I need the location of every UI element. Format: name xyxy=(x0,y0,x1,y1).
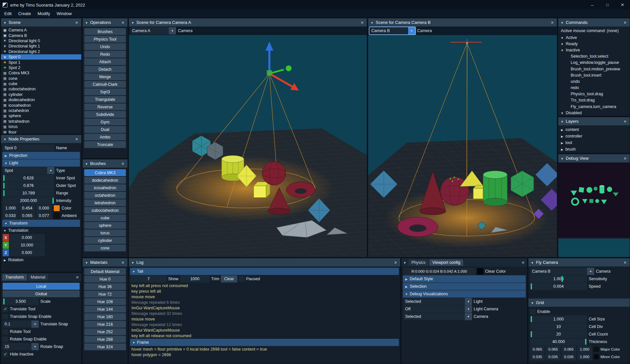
color-swatch[interactable] xyxy=(53,205,60,211)
command-tree-row[interactable]: Inactive xyxy=(558,47,630,53)
sensitivity-field[interactable]: 1.000 xyxy=(530,275,587,282)
debug-visualization-combo[interactable]: Selected xyxy=(403,298,472,305)
light-param-field[interactable]: 0.628 xyxy=(3,174,54,182)
transform-section-header[interactable]: Transform xyxy=(2,220,80,227)
minor-color-component[interactable]: 0.035 xyxy=(546,353,561,360)
collapse-icon[interactable] xyxy=(131,260,135,265)
layer-tree-node[interactable]: controller xyxy=(558,133,630,139)
translation-y-field[interactable]: 10.000 xyxy=(9,242,45,249)
rotate-tool-checkbox[interactable] xyxy=(3,329,8,335)
translate-snap-enable-checkbox[interactable] xyxy=(3,314,8,319)
local-space-button[interactable]: Local xyxy=(3,283,80,290)
brush-button[interactable]: Cobra MK3 xyxy=(84,169,126,176)
material-button[interactable]: Default Material xyxy=(84,268,126,275)
operation-button[interactable]: Subdivide xyxy=(84,111,126,118)
scene-node-row[interactable]: Spot 0 xyxy=(1,54,81,60)
translate-snap-combo[interactable]: 0.1 xyxy=(3,320,39,328)
collapse-icon[interactable] xyxy=(560,20,564,25)
menu-item[interactable]: Create xyxy=(15,10,34,17)
clear-color-field[interactable]: R:0.000 G:0.024 B:0.042 A:1.000 xyxy=(403,268,475,275)
close-icon[interactable] xyxy=(74,136,79,142)
grid-param-field[interactable]: 20 xyxy=(530,331,587,338)
translation-tree-node[interactable]: Translation xyxy=(1,227,81,234)
scene-node-row[interactable]: floor xyxy=(1,129,81,134)
viewport-a-camera-combo[interactable]: Camera A xyxy=(130,27,176,34)
minor-color-component[interactable]: 1.000 xyxy=(577,353,592,360)
command-tree-row[interactable]: Log_window.toggle_pause xyxy=(558,60,630,66)
scene-node-row[interactable]: octahedron xyxy=(1,108,81,113)
operation-button[interactable]: Sqrt3 xyxy=(84,88,126,95)
material-button[interactable]: Hue 0 xyxy=(84,276,126,282)
tab[interactable]: Physics xyxy=(408,259,428,266)
brush-button[interactable]: torus xyxy=(84,229,126,236)
material-button[interactable]: Hue 288 xyxy=(84,336,126,343)
brush-button[interactable]: cone xyxy=(84,245,126,251)
viewport-b-3d-scene[interactable] xyxy=(368,35,557,257)
line-count-field[interactable]: 1000 xyxy=(180,275,209,282)
grid-param-field[interactable]: 40.000 xyxy=(530,338,587,345)
tab[interactable]: Transform xyxy=(2,274,27,281)
command-tree-row[interactable]: Fly_camera.turn_camera xyxy=(558,103,630,110)
close-icon[interactable] xyxy=(120,20,126,25)
tail-section-header[interactable]: Tail xyxy=(130,268,399,275)
color-component-field[interactable]: 0.454 xyxy=(19,205,35,212)
brush-button[interactable]: cuboctahedron xyxy=(84,207,126,214)
config-section-header[interactable]: Debug Visualizations xyxy=(403,290,526,298)
chevron-down-icon[interactable] xyxy=(47,167,54,174)
ambient-component-field[interactable]: 0.055 xyxy=(19,212,35,219)
tab[interactable]: Material xyxy=(28,274,48,281)
ambient-swatch[interactable] xyxy=(53,212,60,219)
scene-node-row[interactable]: cube xyxy=(1,81,81,86)
name-input[interactable]: Spot 0 xyxy=(3,144,54,152)
menu-item[interactable]: Edit xyxy=(1,10,14,17)
scene-node-row[interactable]: Directional light 1 xyxy=(1,44,81,49)
scene-node-row[interactable]: Camera A xyxy=(1,27,81,33)
close-icon[interactable] xyxy=(521,260,526,265)
fly-camera-combo[interactable]: Camera B xyxy=(530,268,594,275)
major-color-component[interactable]: 0.065 xyxy=(546,346,561,353)
collapse-icon[interactable] xyxy=(131,20,135,25)
rotation-tree-node[interactable]: Rotation xyxy=(1,257,81,263)
light-type-combo[interactable]: Spot xyxy=(3,167,54,174)
brush-button[interactable]: octahedron xyxy=(84,192,126,199)
layer-tree-node[interactable]: tool xyxy=(558,139,630,146)
config-section-header[interactable]: Default Style xyxy=(403,275,526,282)
close-icon[interactable] xyxy=(550,20,555,25)
window-titlebar[interactable]: erhe by Timo Suoranta January 2, 2022 xyxy=(0,0,630,10)
chevron-down-icon[interactable] xyxy=(169,27,176,34)
chevron-down-icon[interactable] xyxy=(408,27,415,34)
frame-section-header[interactable]: Frame xyxy=(130,339,399,346)
layers-header[interactable]: Layers xyxy=(558,117,630,125)
command-tree-row[interactable]: Trs_tool.drag xyxy=(558,97,630,103)
command-tree-row[interactable]: Active xyxy=(558,34,630,41)
translate-tool-checkbox[interactable] xyxy=(3,306,8,312)
operation-button[interactable]: Redo xyxy=(84,51,126,58)
fly-camera-header[interactable]: Fly Camera xyxy=(528,258,630,266)
command-tree-row[interactable]: Brush_tool.motion_preview xyxy=(558,66,630,72)
close-icon[interactable] xyxy=(360,20,365,25)
collapse-icon[interactable] xyxy=(403,260,407,265)
operation-button[interactable]: Undo xyxy=(84,43,126,50)
operation-button[interactable]: Reverse xyxy=(84,103,126,110)
hide-inactive-checkbox[interactable] xyxy=(3,352,8,357)
layer-tree-node[interactable]: content xyxy=(558,126,630,133)
viewport-b-header[interactable]: Scene for Camera Camera B xyxy=(368,18,557,27)
brush-button[interactable]: sphere xyxy=(84,222,126,229)
color-component-field[interactable]: 1.000 xyxy=(3,205,18,212)
rotate-snap-combo[interactable]: 15 xyxy=(3,343,39,350)
collapse-icon[interactable] xyxy=(530,260,534,265)
debug-visualization-combo[interactable]: Off xyxy=(403,305,472,313)
collapse-icon[interactable] xyxy=(85,260,89,265)
minor-color-component[interactable]: 0.035 xyxy=(530,353,545,360)
scale-field[interactable]: 3.500 xyxy=(3,298,39,305)
scene-panel-header[interactable]: Scene xyxy=(1,18,81,27)
viewport-a-header[interactable]: Scene for Camera Camera A xyxy=(129,18,367,27)
command-tree-row[interactable]: undo xyxy=(558,78,630,84)
command-tree-row[interactable]: Selection_tool.select xyxy=(558,53,630,60)
node-properties-header[interactable]: Node Properties xyxy=(1,135,81,143)
translation-z-field[interactable]: 0.500 xyxy=(9,249,45,256)
layer-tree-node[interactable]: brush xyxy=(558,146,630,153)
command-tree-row[interactable]: redo xyxy=(558,85,630,91)
brush-button[interactable]: cylinder xyxy=(84,237,126,244)
scene-node-row[interactable]: torus xyxy=(1,124,81,129)
